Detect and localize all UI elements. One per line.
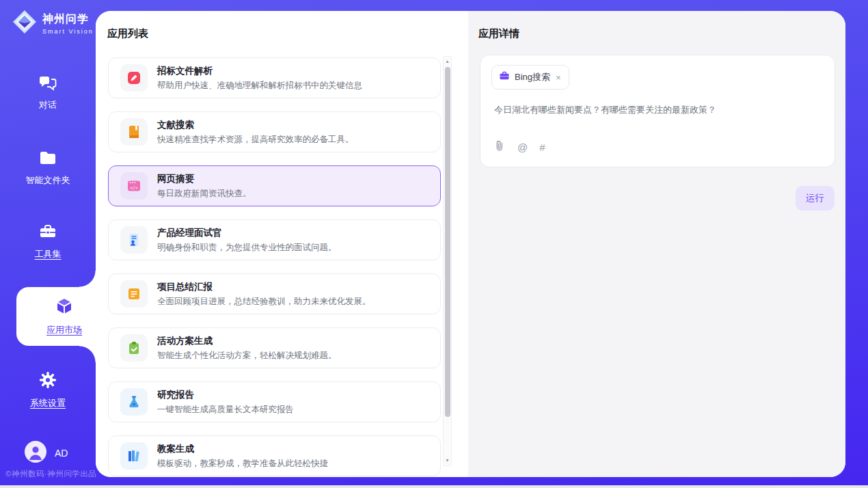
prompt-card: Bing搜索 × 今日湖北有哪些新闻要点？有哪些需要关注的最新政策？ @ # [480,55,835,167]
book-icon [120,118,148,146]
app-card-project-summary[interactable]: 项目总结汇报 全面回顾项目进展，总结经验教训，助力未来优化发展。 [108,273,441,314]
app-card-desc: 明确身份和职责，为您提供专业性的面试问题。 [157,242,337,254]
app-card-desc: 帮助用户快速、准确地理解和解析招标书中的关键信息 [157,80,362,92]
app-list-panel: 应用列表 招标文件解析 帮助用户快速、准确地理解和解析招标书中的关键信息 [96,11,468,477]
edit-doc-icon [120,64,148,92]
gear-icon [38,370,57,392]
app-frame: 神州问学 Smart Vision 对话 智能文件夹 [0,0,868,485]
brand-logo: 神州问学 Smart Vision [11,8,94,38]
app-card-desc: 模板驱动，教案秒成，教学准备从此轻松快捷 [157,458,328,470]
app-card-title: 产品经理面试官 [157,227,337,239]
app-card-desc: 一键智能生成高质量长文本研究报告 [157,404,294,416]
app-card-lesson-plan[interactable]: 教案生成 模板驱动，教案秒成，教学准备从此轻松快捷 [108,435,441,476]
note-icon [120,280,148,308]
copyright-footer: ©神州数码·神州问学出品 [5,469,96,479]
sidebar: 神州问学 Smart Vision 对话 智能文件夹 [0,0,96,485]
user-initials: AD [55,448,68,459]
browser-code-icon: </> [120,172,148,200]
app-list-title: 应用列表 [107,27,148,40]
tool-chip-bing-search[interactable]: Bing搜索 × [491,65,569,90]
mention-icon[interactable]: @ [517,142,528,152]
app-card-title: 项目总结汇报 [157,281,371,293]
folder-icon [38,149,57,170]
app-card-desc: 每日政府新闻资讯快查。 [157,188,252,200]
flask-icon [120,388,148,416]
user-account[interactable]: AD [25,441,68,465]
app-card-literature-search[interactable]: 文献搜索 快速精准查找学术资源，提高研究效率的必备工具。 [108,111,441,152]
brand-subtitle: Smart Vision [42,28,94,35]
sidebar-item-label: 智能文件夹 [26,174,70,187]
prompt-text[interactable]: 今日湖北有哪些新闻要点？有哪些需要关注的最新政策？ [494,103,821,117]
chat-icon [38,74,57,94]
app-card-title: 教案生成 [157,443,328,455]
brand-name: 神州问学 [42,12,94,27]
run-button[interactable]: 运行 [796,186,835,211]
prompt-toolbar: @ # [494,139,545,154]
toolbox-icon [38,223,57,243]
svg-text:</>: </> [130,185,138,191]
sidebar-item-smart-folder[interactable]: 智能文件夹 [0,149,96,187]
app-card-desc: 智能生成个性化活动方案，轻松解决规划难题。 [157,350,337,362]
sidebar-item-label: 应用市场 [46,324,82,336]
paperclip-icon[interactable] [494,139,506,154]
app-card-title: 文献搜索 [157,119,354,131]
sidebar-item-toolset[interactable]: 工具集 [0,223,96,260]
app-card-title: 研究报告 [157,389,294,401]
app-card-bid-analysis[interactable]: 招标文件解析 帮助用户快速、准确地理解和解析招标书中的关键信息 [108,57,441,98]
sidebar-item-label: 工具集 [35,248,62,260]
app-card-research-report[interactable]: 研究报告 一键智能生成高质量长文本研究报告 [108,381,441,422]
app-card-title: 活动方案生成 [157,335,337,347]
content-panel: 应用列表 招标文件解析 帮助用户快速、准确地理解和解析招标书中的关键信息 [96,11,845,477]
avatar [25,441,46,465]
close-icon[interactable]: × [555,72,562,83]
hash-icon[interactable]: # [539,142,545,152]
tool-chip-label: Bing搜索 [515,71,550,83]
briefcase-icon [499,70,510,84]
interviewer-icon [120,226,148,254]
scroll-down-icon[interactable]: ▼ [444,456,451,465]
app-card-web-summary[interactable]: </> 网页摘要 每日政府新闻资讯快查。 [108,165,441,206]
books-icon [120,442,148,470]
app-card-list: 招标文件解析 帮助用户快速、准确地理解和解析招标书中的关键信息 文献搜索 [108,57,441,477]
clipboard-icon [120,334,148,362]
app-card-title: 招标文件解析 [157,65,362,77]
app-card-title: 网页摘要 [157,173,252,185]
sidebar-item-chat[interactable]: 对话 [0,74,96,111]
cube-icon [54,296,74,319]
scroll-up-icon[interactable]: ▲ [444,57,451,66]
sidebar-item-label: 对话 [39,99,57,111]
app-detail-panel: 应用详情 Bing搜索 × 今日湖北有哪些新闻要点？有哪些需要关注的最新政策？ [468,11,845,477]
app-list-scrollbar[interactable]: ▲ ▼ [443,56,452,466]
app-detail-title: 应用详情 [478,27,519,40]
app-card-event-plan[interactable]: 活动方案生成 智能生成个性化活动方案，轻松解决规划难题。 [108,327,441,368]
brand-diamond-icon [11,8,38,38]
app-card-desc: 快速精准查找学术资源，提高研究效率的必备工具。 [157,134,354,146]
sidebar-item-settings[interactable]: 系统设置 [0,370,96,409]
sidebar-active-tab: 应用市场 [16,287,96,346]
app-card-pm-interviewer[interactable]: 产品经理面试官 明确身份和职责，为您提供专业性的面试问题。 [108,219,441,260]
sidebar-item-label: 系统设置 [30,397,66,409]
scrollbar-thumb[interactable] [445,67,450,417]
app-card-desc: 全面回顾项目进展，总结经验教训，助力未来优化发展。 [157,296,371,308]
